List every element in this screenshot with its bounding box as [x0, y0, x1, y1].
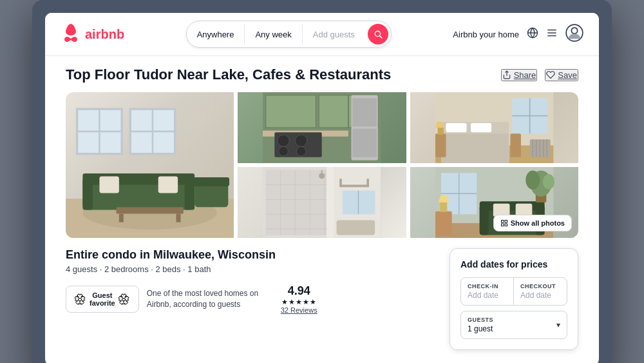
guest-favorite-row: 🏵 Guest favorite 🏵 One of the most loved… [66, 284, 434, 314]
listing-type: Entire condo in Milwaukee, Wisconsin [66, 248, 434, 262]
date-grid: CHECK-IN Add date CHECKOUT Add date [460, 277, 567, 306]
rating-block: 4.94 ★★★★★ 32 Reviews [281, 284, 317, 314]
svg-rect-26 [117, 207, 184, 213]
svg-rect-108 [505, 224, 507, 226]
svg-rect-30 [193, 177, 229, 186]
svg-point-8 [571, 28, 577, 34]
listing-title: Top Floor Tudor Near Lake, Cafes & Resta… [66, 66, 391, 83]
svg-rect-107 [501, 224, 504, 226]
svg-rect-105 [501, 221, 504, 223]
svg-rect-84 [367, 179, 370, 187]
svg-rect-24 [99, 176, 118, 193]
logo-text: airbnb [85, 27, 124, 42]
svg-rect-58 [437, 128, 443, 135]
svg-rect-78 [327, 167, 334, 238]
listing-meta: 4 guests · 2 bedrooms · 2 beds · 1 bath [66, 264, 434, 274]
guests-value: 1 guest [468, 324, 493, 333]
photo-kitchen[interactable] [238, 92, 406, 163]
checkin-value: Add date [468, 291, 507, 300]
airbnb-logo-icon [61, 23, 81, 46]
checkout-cell[interactable]: CHECKOUT Add date [514, 278, 567, 305]
main-content: Top Floor Tudor Near Lake, Cafes & Resta… [45, 56, 599, 363]
globe-icon[interactable] [527, 27, 538, 41]
title-actions: Share Save [501, 69, 578, 81]
guest-title: Guest favorite [90, 291, 115, 307]
svg-rect-57 [510, 133, 521, 157]
guests-info: GUESTS 1 guest [468, 317, 493, 333]
svg-rect-38 [353, 98, 377, 126]
menu-icon[interactable] [546, 27, 558, 41]
rating-stars: ★★★★★ [281, 298, 317, 306]
guests-cell[interactable]: GUESTS 1 guest ▾ [460, 311, 567, 339]
svg-point-101 [542, 174, 554, 190]
svg-rect-106 [505, 221, 507, 223]
svg-rect-55 [441, 133, 509, 163]
svg-rect-81 [337, 221, 375, 235]
add-guests-pill[interactable]: Add guests [303, 25, 365, 44]
svg-rect-53 [446, 123, 466, 133]
svg-rect-54 [471, 123, 491, 133]
booking-card: Add dates for prices CHECK-IN Add date C… [450, 248, 578, 350]
svg-rect-82 [339, 185, 369, 188]
listing-bottom: Entire condo in Milwaukee, Wisconsin 4 g… [66, 248, 578, 350]
reviews-link[interactable]: 32 Reviews [281, 306, 317, 314]
airbnb-home-link[interactable]: Airbnb your home [453, 30, 519, 39]
search-button[interactable] [368, 24, 388, 44]
any-week-pill[interactable]: Any week [245, 25, 302, 44]
svg-point-44 [279, 146, 289, 156]
svg-point-45 [297, 146, 307, 156]
checkin-label: CHECK-IN [468, 283, 507, 289]
save-button[interactable]: Save [545, 69, 578, 81]
photo-lounge[interactable]: Show all photos [410, 167, 578, 238]
device-frame: airbnb Anywhere Any week Add guests Airb… [32, 0, 612, 363]
nav-right: Airbnb your home [453, 24, 583, 44]
svg-rect-32 [266, 95, 316, 128]
svg-rect-102 [435, 211, 452, 235]
chevron-down-icon: ▾ [556, 320, 560, 329]
checkin-cell[interactable]: CHECK-IN Add date [461, 278, 514, 305]
svg-rect-39 [353, 129, 377, 157]
nav-bar: airbnb Anywhere Any week Add guests Airb… [45, 13, 599, 56]
anywhere-pill[interactable]: Anywhere [187, 25, 245, 44]
svg-rect-83 [339, 179, 342, 187]
photo-grid: Show all photos [66, 92, 578, 238]
photo-bathroom[interactable] [238, 167, 406, 238]
svg-rect-93 [479, 201, 544, 211]
checkout-value: Add date [520, 291, 560, 300]
checkout-label: CHECKOUT [520, 283, 560, 289]
browser-window: airbnb Anywhere Any week Add guests Airb… [45, 13, 599, 363]
guests-label: GUESTS [468, 317, 493, 323]
photo-main[interactable] [66, 92, 234, 238]
svg-rect-56 [435, 133, 446, 157]
svg-line-1 [379, 36, 381, 38]
svg-rect-94 [479, 206, 488, 235]
booking-title: Add dates for prices [460, 259, 567, 270]
laurel-left-icon: 🏵 [74, 292, 87, 307]
svg-rect-22 [82, 179, 93, 210]
svg-point-43 [296, 135, 307, 146]
svg-rect-69 [266, 170, 331, 235]
user-avatar-icon[interactable] [565, 24, 583, 44]
share-button[interactable]: Share [501, 69, 538, 81]
show-all-photos-button[interactable]: Show all photos [493, 215, 572, 231]
svg-point-42 [278, 135, 289, 146]
guest-favorite-text: Guest favorite [90, 291, 115, 307]
guest-favorite-badge: 🏵 Guest favorite 🏵 [66, 286, 139, 313]
laurel-right-icon: 🏵 [118, 292, 131, 307]
logo-area[interactable]: airbnb [61, 23, 124, 46]
search-bar: Anywhere Any week Add guests [186, 21, 392, 48]
guest-favorite-description: One of the most loved homes on Airbnb, a… [147, 288, 263, 310]
svg-rect-103 [440, 202, 447, 212]
listing-title-row: Top Floor Tudor Near Lake, Cafes & Resta… [66, 66, 578, 83]
svg-rect-28 [176, 214, 181, 222]
photo-bedroom[interactable] [410, 92, 578, 163]
svg-rect-27 [119, 214, 124, 222]
svg-rect-25 [158, 176, 178, 193]
svg-rect-23 [185, 179, 195, 210]
rating-number: 4.94 [288, 284, 310, 298]
svg-point-100 [526, 171, 540, 190]
listing-info: Entire condo in Milwaukee, Wisconsin 4 g… [66, 248, 434, 350]
